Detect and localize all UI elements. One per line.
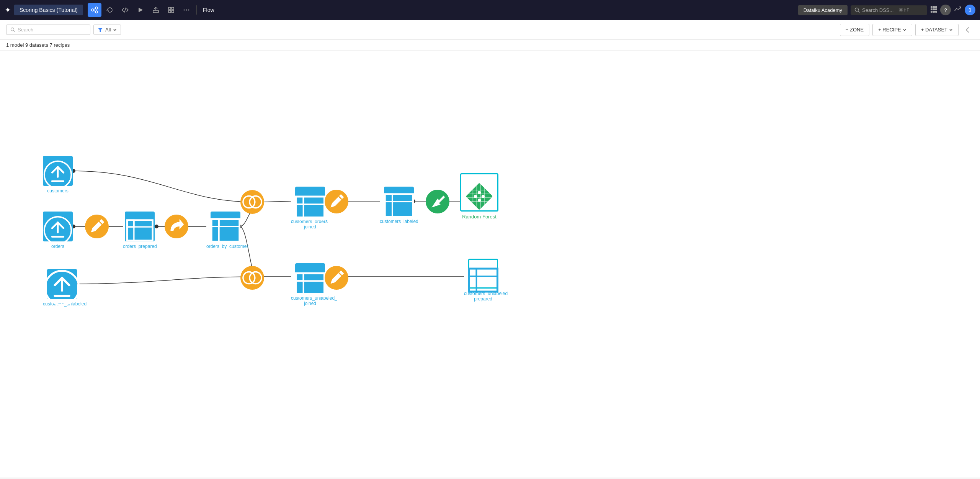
recipe-circle-r4 (325, 190, 348, 213)
dataset-label-orders-by-customer: orders_by_customer (206, 244, 245, 249)
recipe-circle-r6 (240, 266, 264, 290)
svg-point-49 (243, 196, 255, 208)
node-customers-unlabeled-prepared[interactable]: customers_unlabeled_ prepared (464, 259, 502, 302)
app-logo: ✦ (5, 5, 11, 15)
dataset-box-orders (43, 212, 73, 241)
chevron-down-icon (949, 28, 953, 32)
project-title[interactable]: Scoring Basics (Tutorial) (14, 5, 83, 15)
run-nav-btn[interactable] (134, 3, 147, 17)
node-orders[interactable]: orders (43, 212, 73, 249)
more-nav-btn[interactable] (180, 3, 193, 17)
flow-canvas[interactable]: customers orders customers_unlabeled ord… (0, 51, 980, 477)
recipe-circle-r3 (240, 190, 264, 214)
node-orders-prepared[interactable]: orders_prepared (123, 212, 157, 249)
svg-rect-10 (172, 7, 174, 10)
filter-icon (98, 27, 103, 33)
top-navbar: ✦ Scoring Basics (Tutorial) Flow Dataiku… (0, 0, 980, 20)
dataset-label-customers-unlabeled: customers_unlabeled (43, 301, 81, 307)
recipe-circle-r5 (426, 190, 449, 213)
recipe-r6-join[interactable] (240, 266, 264, 290)
filter-label: All (105, 27, 111, 33)
code-nav-btn[interactable] (118, 3, 132, 17)
topnav-right: Dataiku Academy Search DSS... ⌘⇧F ? 1 (798, 5, 975, 15)
recipe-r7-prepare[interactable] (325, 266, 348, 290)
node-customers[interactable]: customers (43, 156, 73, 194)
recipe-r1-prepare[interactable] (85, 215, 109, 238)
node-customers-unlabeled-joined[interactable]: customers_unlabeled_ joined (291, 263, 329, 306)
filter-dropdown[interactable]: All (93, 25, 121, 35)
stat-bar: 1 model 9 datasets 7 recipes (0, 40, 980, 51)
dataset-label-customers: customers (47, 188, 68, 194)
svg-rect-20 (935, 6, 937, 8)
svg-rect-11 (168, 10, 171, 13)
dataset-label-customers-unlabeled-joined: customers_unlabeled_ joined (291, 295, 329, 306)
svg-point-42 (45, 271, 79, 305)
help-button[interactable]: ? (940, 5, 951, 15)
datasets-link[interactable]: datasets (29, 42, 48, 48)
svg-rect-24 (931, 11, 933, 13)
svg-marker-29 (98, 28, 103, 32)
svg-rect-65 (466, 183, 493, 210)
recipe-r3-join[interactable] (240, 190, 264, 214)
recipe-r4-prepare[interactable] (325, 190, 348, 213)
svg-point-38 (44, 161, 72, 189)
svg-point-50 (250, 196, 261, 208)
search-icon (854, 7, 860, 13)
dataset-label-orders: orders (51, 244, 64, 249)
svg-line-28 (14, 31, 15, 32)
model-count: 1 (6, 42, 9, 48)
search-icon (10, 27, 15, 32)
svg-point-69 (478, 198, 481, 202)
node-customers-orders-joined[interactable]: customers_orders_ joined (291, 187, 329, 230)
node-orders-by-customer[interactable]: orders_by_customer (206, 212, 245, 249)
add-recipe-button[interactable]: + RECIPE (872, 24, 912, 36)
dataset-label-orders-prepared: orders_prepared (123, 244, 157, 249)
refresh-nav-btn[interactable] (103, 3, 117, 17)
node-customers-labeled[interactable]: customers_labeled (380, 187, 418, 224)
svg-line-17 (858, 11, 860, 13)
svg-line-4 (94, 11, 95, 11)
add-zone-button[interactable]: + ZONE (840, 24, 869, 36)
layout-nav-btn[interactable] (164, 3, 178, 17)
global-search-placeholder: Search DSS... (862, 7, 893, 13)
recipe-r2-groupby[interactable] (165, 215, 188, 238)
svg-point-66 (474, 195, 477, 198)
chevron-down-icon (113, 28, 117, 32)
svg-rect-22 (933, 8, 935, 10)
svg-point-2 (95, 11, 98, 13)
dataset-label-customers-unlabeled-prepared: customers_unlabeled_ prepared (464, 291, 502, 302)
recipe-r5-train[interactable] (426, 190, 449, 213)
svg-rect-21 (931, 8, 933, 10)
user-avatar[interactable]: 1 (965, 5, 975, 15)
svg-line-53 (339, 196, 342, 199)
toolbar-action-buttons: + ZONE + RECIPE + DATASET (840, 24, 974, 36)
trend-icon[interactable] (954, 5, 962, 15)
nav-separator (196, 5, 197, 15)
svg-rect-12 (172, 10, 174, 13)
recipe-circle-r7 (325, 266, 348, 290)
svg-point-15 (188, 10, 189, 11)
svg-point-14 (186, 10, 187, 11)
apps-grid-icon[interactable] (930, 6, 937, 15)
model-link[interactable]: model (10, 42, 24, 48)
svg-point-68 (482, 195, 485, 198)
flow-search-box[interactable]: Search (6, 25, 90, 35)
dataset-box-customers-orders-joined (295, 187, 325, 217)
svg-rect-56 (466, 183, 493, 210)
svg-point-40 (44, 217, 72, 244)
add-dataset-button[interactable]: + DATASET (915, 24, 959, 36)
svg-point-71 (250, 272, 261, 284)
svg-point-67 (478, 191, 481, 194)
global-search-box[interactable]: Search DSS... ⌘⇧F (851, 5, 927, 15)
academy-button[interactable]: Dataiku Academy (798, 5, 848, 15)
node-customers-unlabeled[interactable]: customers_unlabeled (43, 269, 81, 307)
flow-label: Flow (203, 7, 214, 13)
recipe-count: 7 (50, 42, 52, 48)
dataset-label-customers-labeled: customers_labeled (380, 219, 418, 224)
back-button[interactable] (962, 24, 974, 36)
flow-nav-btn[interactable] (88, 3, 101, 17)
deploy-nav-btn[interactable] (149, 3, 163, 17)
dataset-count: 9 (25, 42, 28, 48)
node-random-forest[interactable]: Random Forest (460, 173, 498, 220)
recipes-link[interactable]: recipes (54, 42, 70, 48)
